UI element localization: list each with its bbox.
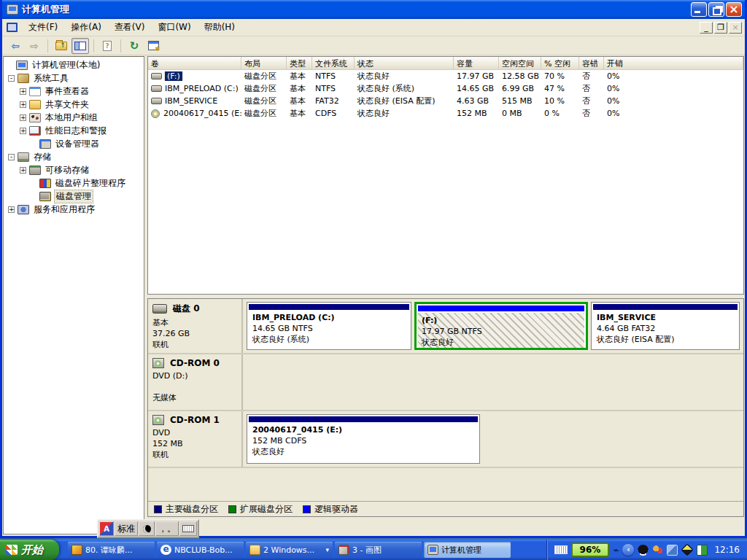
properties-button[interactable]: ? xyxy=(98,38,116,54)
menu-file[interactable]: 文件(F) xyxy=(22,19,64,36)
tree-item-shared-folders[interactable]: + 共享文件夹 xyxy=(4,98,144,111)
expand-icon[interactable]: + xyxy=(20,128,26,134)
start-button[interactable]: 开始 xyxy=(0,540,59,560)
volume-row-f[interactable]: (F:) 磁盘分区 基本 NTFS 状态良好 17.97 GB 12.58 GB… xyxy=(148,70,743,82)
chevron-down-icon: ▾ xyxy=(325,546,329,553)
expand-icon[interactable]: + xyxy=(20,167,26,174)
column-header-filesystem[interactable]: 文件系统 xyxy=(312,57,355,69)
expand-icon[interactable]: + xyxy=(20,88,26,95)
task-internet-explorer[interactable]: e NBCLUB-Bob... xyxy=(157,542,244,558)
back-button[interactable]: ⇦ xyxy=(7,38,24,54)
soft-keyboard-button[interactable] xyxy=(179,521,197,536)
mdi-restore-button[interactable]: ❐ xyxy=(714,22,727,34)
expand-icon[interactable]: + xyxy=(20,114,26,121)
contacts-icon[interactable] xyxy=(652,545,663,556)
tree-item-performance-logs[interactable]: + 性能日志和警报 xyxy=(4,124,144,137)
partition-f-selected[interactable]: (F:) 17.97 GB NTFS 状态良好 xyxy=(414,302,588,350)
column-header-overhead[interactable]: 开销 xyxy=(604,57,743,69)
column-header-freepct[interactable]: % 空闲 xyxy=(541,57,579,69)
cdrom-icon xyxy=(152,415,164,425)
tree-item-services-applications[interactable]: + 服务和应用程序 xyxy=(4,203,144,216)
media-player-icon xyxy=(71,545,82,555)
tree-item-storage[interactable]: - 存储 xyxy=(4,150,144,163)
mdi-close-button[interactable]: × xyxy=(729,22,742,34)
menu-window[interactable]: 窗口(W) xyxy=(151,19,197,36)
menu-action[interactable]: 操作(A) xyxy=(64,19,108,36)
minimize-button[interactable] xyxy=(691,2,707,17)
disk-0-label[interactable]: 磁盘 0 基本 37.26 GB 联机 xyxy=(148,299,243,353)
forward-button[interactable]: ⇨ xyxy=(26,38,43,54)
ime-logo-icon[interactable]: A xyxy=(99,521,114,536)
up-folder-button[interactable]: ↑ xyxy=(53,38,70,54)
refresh-button[interactable]: ↻ xyxy=(125,38,143,54)
fullwidth-moon-icon[interactable] xyxy=(139,521,155,536)
tree-item-computer-management[interactable]: 计算机管理(本地) xyxy=(4,58,144,71)
mdi-child-icon[interactable] xyxy=(7,23,18,32)
folder-icon xyxy=(249,545,260,555)
clock: 12:16 xyxy=(711,545,743,555)
column-header-status[interactable]: 状态 xyxy=(355,57,454,69)
menu-help[interactable]: 帮助(H) xyxy=(198,19,241,36)
removable-storage-icon xyxy=(29,166,41,175)
player-tray-icon[interactable] xyxy=(697,545,708,556)
column-header-volume[interactable]: 卷 xyxy=(148,57,241,69)
column-header-capacity[interactable]: 容量 xyxy=(454,57,499,69)
expand-icon[interactable]: + xyxy=(8,206,15,213)
column-header-layout[interactable]: 布局 xyxy=(241,57,287,69)
tree-item-removable-storage[interactable]: + 可移动存储 xyxy=(4,163,144,176)
up-folder-icon: ↑ xyxy=(55,42,67,50)
diamond-tray-icon[interactable] xyxy=(681,544,694,556)
task-computer-management[interactable]: 计算机管理 xyxy=(424,542,511,558)
services-applications-icon xyxy=(18,205,29,214)
tree-item-device-manager[interactable]: 设备管理器 xyxy=(4,137,144,150)
collapse-icon[interactable]: - xyxy=(8,154,15,160)
menu-view[interactable]: 查看(V) xyxy=(108,19,152,36)
disk-volume-icon xyxy=(151,98,162,104)
volume-row-c[interactable]: IBM_PRELOAD (C:) 磁盘分区 基本 NTFS 状态良好 (系统) … xyxy=(148,82,743,95)
cdrom-0-row: CD-ROM 0 DVD (D:) 无媒体 xyxy=(148,354,743,411)
task-paint-group[interactable]: 3 - 画图 xyxy=(335,542,422,558)
battery-indicator[interactable]: 96% xyxy=(571,542,609,557)
snapin-button[interactable] xyxy=(144,38,162,54)
restore-button[interactable] xyxy=(708,2,724,17)
task-windows-group[interactable]: 2 Windows... ▾ xyxy=(246,542,333,558)
tree-item-local-users[interactable]: + 本地用户和组 xyxy=(4,111,144,124)
power-plug-icon[interactable]: ⌁ xyxy=(613,544,619,556)
ime-mode-button[interactable]: 标准 xyxy=(115,521,138,536)
tree-item-event-viewer[interactable]: + 事件查看器 xyxy=(4,85,144,98)
volume-row-e[interactable]: 20040617_0415 (E:) 磁盘分区 基本 CDFS 状态良好 152… xyxy=(148,107,743,120)
volume-name: (F:) xyxy=(165,71,182,81)
title-bar[interactable]: 计算机管理 xyxy=(2,0,745,19)
ie-icon: e xyxy=(160,545,171,555)
disk-defragmenter-icon xyxy=(39,179,51,188)
network-computers-icon[interactable] xyxy=(667,545,678,556)
close-button[interactable] xyxy=(726,2,742,17)
volume-name: 20040617_0415 (E:) xyxy=(163,109,241,118)
disk-management-panel: 卷 布局 类型 文件系统 状态 容量 空闲空间 % 空闲 容错 开销 (F:) … xyxy=(147,56,744,534)
show-tree-button[interactable] xyxy=(71,38,89,54)
tree-item-disk-management[interactable]: 磁盘管理 xyxy=(4,190,144,203)
cdrom-0-label[interactable]: CD-ROM 0 DVD (D:) 无媒体 xyxy=(148,354,243,410)
task-media-player[interactable]: 80. 谭咏麟... xyxy=(68,542,155,558)
partition-service[interactable]: IBM_SERVICE 4.64 GB FAT32 状态良好 (EISA 配置) xyxy=(591,302,740,350)
legend: 主要磁盘分区 扩展磁盘分区 逻辑驱动器 xyxy=(147,501,744,517)
column-header-type[interactable]: 类型 xyxy=(287,57,312,69)
column-header-faulttolerance[interactable]: 容错 xyxy=(579,57,604,69)
expand-icon[interactable]: + xyxy=(20,101,26,108)
partition-c[interactable]: IBM_PRELOAD (C:) 14.65 GB NTFS 状态良好 (系统) xyxy=(247,302,411,350)
cdrom-1-label[interactable]: CD-ROM 1 DVD 152 MB 联机 xyxy=(148,411,243,467)
mdi-minimize-button[interactable]: _ xyxy=(700,22,713,34)
qq-penguin-icon[interactable] xyxy=(638,545,649,556)
forward-icon: ⇨ xyxy=(30,40,39,52)
tree-item-system-tools[interactable]: - 系统工具 xyxy=(4,71,144,85)
volume-row-service[interactable]: IBM_SERVICE 磁盘分区 基本 FAT32 状态良好 (EISA 配置)… xyxy=(148,95,743,107)
keyboard-layout-icon[interactable] xyxy=(554,545,568,554)
legend-extended-partition: 扩展磁盘分区 xyxy=(228,503,293,516)
back-icon: ⇦ xyxy=(11,40,20,52)
tree-item-disk-defragmenter[interactable]: 磁盘碎片整理程序 xyxy=(4,176,144,190)
collapse-icon[interactable]: - xyxy=(8,75,15,82)
partition-e[interactable]: 20040617_0415 (E:) 152 MB CDFS 状态良好 xyxy=(247,414,480,464)
column-header-freespace[interactable]: 空闲空间 xyxy=(499,57,541,69)
hide-icons-chevron[interactable]: ‹ xyxy=(622,544,634,556)
punctuation-toggle[interactable]: ，。 xyxy=(155,521,179,536)
